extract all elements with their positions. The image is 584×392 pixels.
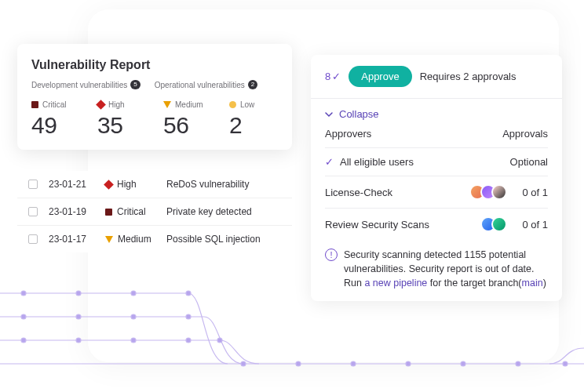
severity-count: 35 [97, 112, 146, 139]
severity-count: 56 [163, 112, 212, 139]
svg-point-20 [406, 361, 411, 366]
rule-name: All eligible users [340, 156, 414, 168]
report-tabs: Development vulnerabilities 5 Operationa… [31, 80, 278, 89]
finding-desc: Private key detected [166, 206, 281, 217]
rule-status: Optional [510, 156, 548, 168]
tab-count-badge: 2 [248, 80, 257, 89]
svg-point-13 [76, 338, 81, 343]
tab-operational[interactable]: Operational vulnerabilities 2 [155, 80, 258, 89]
severity-critical[interactable]: Critical 49 [31, 100, 80, 139]
requires-text: Requires 2 approvals [420, 71, 516, 82]
severity-label: Low [240, 100, 254, 109]
medium-icon [163, 101, 171, 108]
tab-development[interactable]: Development vulnerabilities 5 [31, 80, 141, 89]
severity-low[interactable]: Low 2 [229, 100, 278, 139]
rule-ratio: 0 of 1 [513, 187, 548, 198]
rule-ratio: 0 of 1 [513, 219, 548, 230]
finding-date: 23-01-17 [49, 234, 94, 245]
svg-point-11 [186, 314, 191, 319]
tab-label: Development vulnerabilities [31, 81, 127, 89]
svg-point-15 [186, 338, 191, 343]
low-icon [229, 101, 236, 108]
approval-count-badge: 8✓ [325, 71, 341, 82]
svg-point-17 [241, 361, 246, 366]
vulnerability-report-card: Vulnerability Report Development vulnera… [17, 44, 292, 150]
svg-point-14 [131, 338, 136, 343]
finding-desc: ReDoS vulnerability [166, 179, 281, 190]
high-icon [96, 100, 106, 110]
finding-row[interactable]: 23-01-17 Medium Possible SQL injection [17, 226, 292, 252]
critical-icon [31, 101, 38, 108]
svg-point-19 [351, 361, 356, 366]
checkbox[interactable] [28, 234, 38, 244]
collapse-label: Collapse [339, 108, 379, 120]
tab-label: Operational vulnerabilities [155, 81, 245, 89]
high-icon [104, 180, 114, 190]
approvals-panel: 8✓ Approve Requires 2 approvals Collapse… [311, 55, 562, 301]
svg-point-21 [461, 361, 465, 366]
finding-severity: Medium [105, 234, 155, 245]
severity-count: 49 [31, 112, 80, 139]
svg-point-18 [296, 361, 301, 366]
finding-row[interactable]: 23-01-19 Critical Private key detected [17, 198, 292, 226]
svg-point-10 [131, 314, 136, 319]
approve-button[interactable]: Approve [349, 66, 411, 87]
warning-icon: ! [325, 249, 338, 261]
rule-row-eligible: ✓ All eligible users Optional [325, 147, 548, 176]
svg-point-7 [186, 291, 191, 296]
warning-text: Security scanning detected 1155 potentia… [344, 248, 548, 290]
security-warning: ! Security scanning detected 1155 potent… [325, 240, 548, 290]
severity-label: Medium [175, 100, 203, 109]
critical-icon [105, 209, 112, 216]
severity-label: High [108, 100, 125, 109]
approval-count: 8 [325, 71, 330, 82]
approver-avatars[interactable] [469, 184, 507, 200]
findings-list: 23-01-21 High ReDoS vulnerability 23-01-… [17, 171, 292, 252]
checkbox[interactable] [28, 180, 38, 189]
svg-point-16 [217, 338, 222, 343]
finding-row[interactable]: 23-01-21 High ReDoS vulnerability [17, 171, 292, 198]
approvals-columns: Approvers Approvals [325, 126, 548, 147]
approver-avatars[interactable] [480, 216, 507, 232]
collapse-toggle[interactable]: Collapse [325, 99, 548, 126]
svg-point-8 [21, 314, 26, 319]
severity-label: Critical [42, 100, 67, 109]
main-branch-link[interactable]: main [522, 278, 543, 289]
severity-high[interactable]: High 35 [97, 100, 146, 139]
tab-count-badge: 5 [130, 80, 140, 89]
rule-name: License-Check [325, 187, 392, 198]
finding-desc: Possible SQL injection [166, 234, 281, 245]
svg-point-9 [76, 314, 81, 319]
rule-row-license: License-Check 0 of 1 [325, 176, 548, 208]
severity-count: 2 [229, 112, 278, 139]
approvals-header-col: Approvals [502, 128, 548, 140]
svg-point-5 [76, 291, 81, 296]
checkbox[interactable] [28, 207, 38, 216]
check-icon: ✓ [332, 71, 341, 82]
report-title: Vulnerability Report [31, 58, 278, 72]
finding-severity: Critical [105, 206, 155, 217]
svg-point-12 [21, 338, 26, 343]
finding-severity: High [105, 179, 155, 190]
avatar[interactable] [491, 216, 507, 232]
finding-date: 23-01-19 [49, 206, 94, 217]
rule-row-security: Review Security Scans 0 of 1 [325, 208, 548, 240]
approvals-header: 8✓ Approve Requires 2 approvals [325, 66, 548, 87]
medium-icon [105, 236, 113, 243]
svg-point-4 [21, 291, 26, 296]
finding-date: 23-01-21 [49, 179, 94, 190]
rule-name: Review Security Scans [325, 219, 429, 230]
svg-point-6 [131, 291, 136, 296]
approvers-header: Approvers [325, 128, 371, 140]
svg-point-22 [516, 361, 520, 366]
severity-medium[interactable]: Medium 56 [163, 100, 212, 139]
severity-summary: Critical 49 High 35 Medium 56 Low 2 [31, 100, 278, 139]
chevron-down-icon [325, 111, 333, 118]
avatar[interactable] [491, 184, 507, 200]
new-pipeline-link[interactable]: a new pipeline [364, 278, 427, 289]
svg-point-23 [563, 361, 568, 366]
check-icon: ✓ [325, 156, 334, 168]
